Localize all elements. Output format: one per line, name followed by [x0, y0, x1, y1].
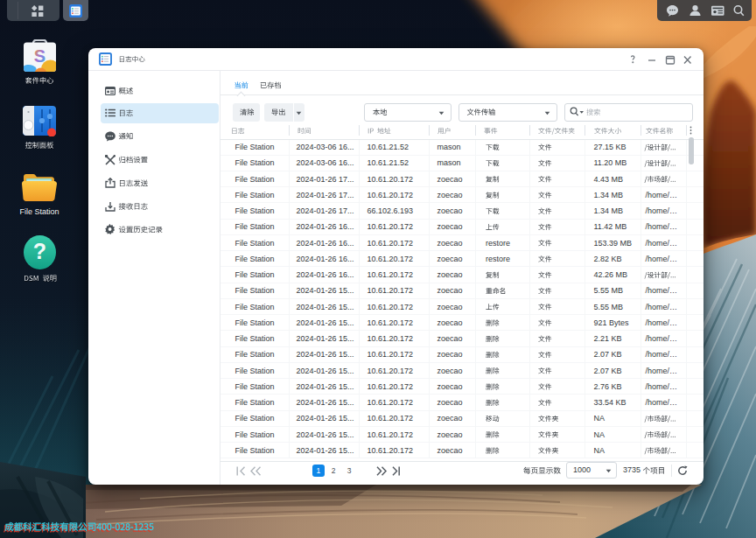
svg-text:S: S	[34, 46, 46, 66]
